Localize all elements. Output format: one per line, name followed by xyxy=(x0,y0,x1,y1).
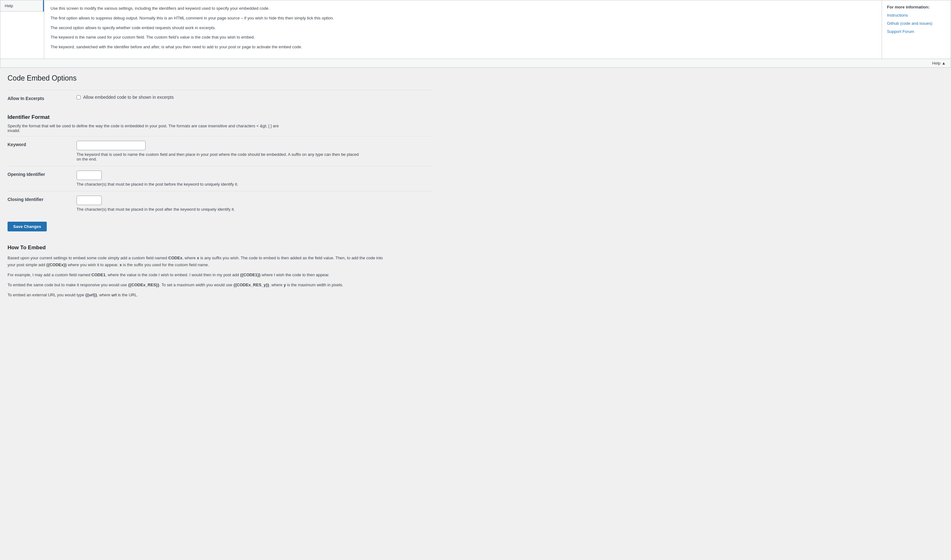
help-para-2: The first option allows to suppress debu… xyxy=(51,15,875,22)
help-content: Use this screen to modify the various se… xyxy=(44,0,882,58)
help-sidebar: Help xyxy=(0,0,44,58)
page-title: Code Embed Options xyxy=(8,74,432,83)
save-changes-button[interactable]: Save Changes xyxy=(8,222,47,231)
keyword-description: The keyword that is used to name the cus… xyxy=(77,152,359,162)
identifier-format-heading: Identifier Format xyxy=(8,114,432,120)
allow-in-excerpts-checkbox[interactable] xyxy=(77,95,81,99)
keyword-row: Keyword CODE The keyword that is used to… xyxy=(8,136,432,166)
how-to-embed-para-4: To embed an external URL you would type … xyxy=(8,292,384,298)
help-para-5: The keyword, sandwiched with the identif… xyxy=(51,44,875,51)
allow-in-excerpts-control: Allow embedded code to be shown in excer… xyxy=(77,95,432,100)
closing-identifier-description: The character(s) that must be placed in … xyxy=(77,207,359,212)
opening-identifier-input[interactable]: {{ xyxy=(77,171,102,180)
allow-in-excerpts-checkbox-label[interactable]: Allow embedded code to be shown in excer… xyxy=(77,95,432,100)
allow-in-excerpts-checkbox-text: Allow embedded code to be shown in excer… xyxy=(83,95,174,100)
sidebar-item-help[interactable]: Help xyxy=(0,0,44,12)
closing-identifier-label: Closing Identifier xyxy=(8,195,77,202)
opening-identifier-control: {{ The character(s) that must be placed … xyxy=(77,171,432,186)
help-toggle-bar: Help ▲ xyxy=(0,59,951,68)
help-para-4: The keyword is the name used for your cu… xyxy=(51,34,875,41)
more-info-title: For more information: xyxy=(887,5,946,9)
opening-identifier-description: The character(s) that must be placed in … xyxy=(77,182,359,186)
help-more-info: For more information: Instructions Githu… xyxy=(882,0,951,58)
opening-identifier-row: Opening Identifier {{ The character(s) t… xyxy=(8,166,432,191)
keyword-control: CODE The keyword that is used to name th… xyxy=(77,141,432,162)
help-para-3: The second option allows to specify whet… xyxy=(51,25,875,31)
help-toggle-button[interactable]: Help ▲ xyxy=(932,61,946,66)
support-forum-link[interactable]: Support Forum xyxy=(887,29,946,34)
closing-identifier-input[interactable]: }} xyxy=(77,195,102,205)
identifier-format-desc: Specify the format that will be used to … xyxy=(8,123,290,133)
instructions-link[interactable]: Instructions xyxy=(887,12,946,18)
how-to-embed-para-3: To embed the same code but to make it re… xyxy=(8,282,384,288)
how-to-embed-heading: How To Embed xyxy=(8,245,432,251)
how-to-embed-para-2: For example, I may add a custom field na… xyxy=(8,272,384,278)
main-content: Code Embed Options Allow In Excerpts All… xyxy=(0,68,439,314)
keyword-label: Keyword xyxy=(8,141,77,147)
closing-identifier-row: Closing Identifier }} The character(s) t… xyxy=(8,191,432,216)
opening-identifier-label: Opening Identifier xyxy=(8,171,77,177)
how-to-embed-para-1: Based upon your current settings to embe… xyxy=(8,255,384,268)
help-para-1: Use this screen to modify the various se… xyxy=(51,5,875,12)
github-link[interactable]: Github (code and issues) xyxy=(887,21,946,26)
allow-in-excerpts-label: Allow In Excerpts xyxy=(8,95,77,101)
help-panel: Help Use this screen to modify the vario… xyxy=(0,0,951,59)
allow-in-excerpts-row: Allow In Excerpts Allow embedded code to… xyxy=(8,90,432,105)
closing-identifier-control: }} The character(s) that must be placed … xyxy=(77,195,432,212)
keyword-input[interactable]: CODE xyxy=(77,141,146,150)
